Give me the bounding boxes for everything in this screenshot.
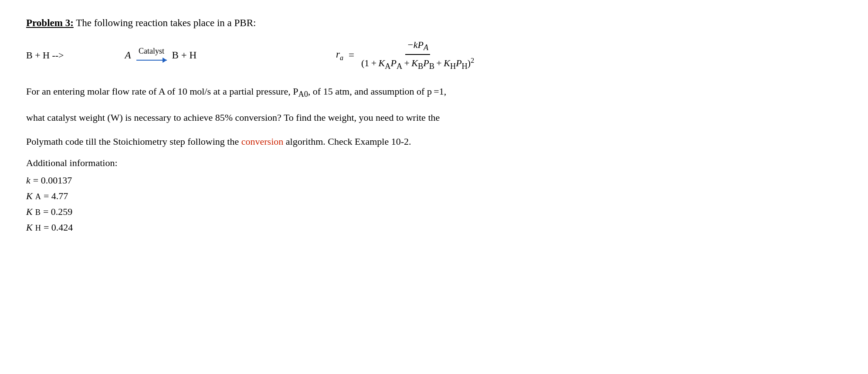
arrow-line xyxy=(136,57,167,64)
rate-fraction: −kPA (1 + KAPA + KBPB + KHPH)2 xyxy=(359,39,476,71)
KA-value: = 4.77 xyxy=(44,190,68,202)
fraction-numerator: −kPA xyxy=(405,39,430,55)
KA-sub: A xyxy=(35,192,41,201)
problem-text: The following reaction takes place in a … xyxy=(74,17,256,28)
KB-sub: B xyxy=(35,208,41,217)
reactant-A: A xyxy=(125,50,131,61)
KH-sub: H xyxy=(35,224,41,233)
problem-header: Problem 3: The following reaction takes … xyxy=(26,17,842,29)
k-symbol: k xyxy=(26,175,31,186)
reaction-side: A Catalyst B + H xyxy=(125,47,197,64)
equals-sign: = xyxy=(349,50,354,61)
PA0-subscript: A0 xyxy=(298,90,308,99)
KB-value: = 0.259 xyxy=(43,206,72,218)
param-KH-line: KH = 0.424 xyxy=(26,222,842,233)
KH-symbol: K xyxy=(26,222,33,233)
param-KB-line: KB = 0.259 xyxy=(26,206,842,218)
conversion-highlight: conversion xyxy=(241,136,284,147)
additional-info-label: Additional information: xyxy=(26,157,842,169)
problem-label: Problem 3: xyxy=(26,17,74,28)
rate-formula: ra = −kPA (1 + KAPA + KBPB + KHPH)2 xyxy=(336,39,476,71)
param-KA-line: KA = 4.77 xyxy=(26,190,842,202)
reaction-formula-row: B + H --> A Catalyst B + H ra = −kPA (1 … xyxy=(26,39,842,71)
KA-symbol: K xyxy=(26,190,33,202)
denominator-exponent: 2 xyxy=(471,57,474,64)
param-k-line: k = 0.00137 xyxy=(26,175,842,186)
body-paragraph-3: Polymath code till the Stoichiometry ste… xyxy=(26,133,767,150)
reaction-equation: A Catalyst B + H xyxy=(125,47,197,64)
reaction-products: B + H xyxy=(172,50,197,61)
r-symbol: r xyxy=(336,49,340,60)
KB-symbol: K xyxy=(26,206,33,218)
k-value: = 0.00137 xyxy=(33,175,72,186)
fraction-denominator: (1 + KAPA + KBPB + KHPH)2 xyxy=(359,55,476,71)
PA-subscript: A xyxy=(424,43,428,52)
r-subscript-a: a xyxy=(340,54,343,61)
r-a-label: ra xyxy=(336,49,343,62)
KH-value: = 0.424 xyxy=(44,222,73,233)
catalyst-arrow: Catalyst xyxy=(136,47,167,64)
catalyst-label: Catalyst xyxy=(139,47,164,56)
body-paragraph-2: what catalyst weight (W) is necessary to… xyxy=(26,109,767,126)
body-paragraph: For an entering molar flow rate of A of … xyxy=(26,83,767,102)
